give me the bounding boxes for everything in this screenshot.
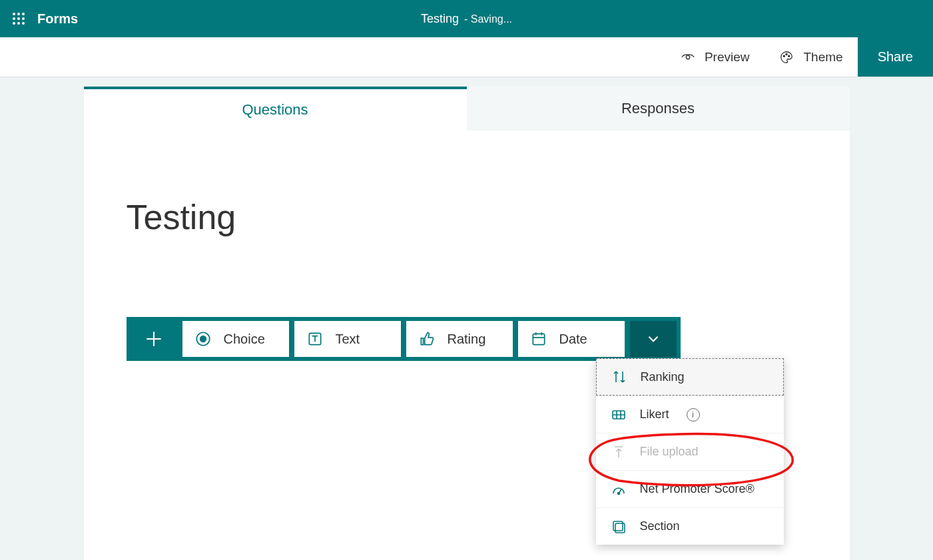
add-date-button[interactable]: Date: [518, 321, 625, 357]
svg-point-11: [786, 53, 787, 55]
preview-button[interactable]: Preview: [665, 37, 765, 77]
app-launcher[interactable]: [3, 3, 35, 35]
form-body: Testing Choice Text Rating: [84, 131, 850, 560]
ranking-label: Ranking: [641, 370, 685, 384]
svg-point-8: [22, 22, 25, 25]
likert-label: Likert: [640, 408, 669, 421]
share-button[interactable]: Share: [858, 37, 933, 77]
eye-icon: [681, 50, 695, 65]
svg-point-4: [17, 17, 20, 20]
rating-label: Rating: [448, 332, 486, 347]
share-label: Share: [878, 49, 913, 65]
header-title-area: Testing - Saving...: [421, 12, 512, 26]
svg-point-2: [22, 13, 25, 15]
thumbs-up-icon: [418, 330, 436, 348]
section-icon: [611, 519, 627, 535]
svg-rect-16: [533, 334, 544, 344]
plus-icon: [143, 328, 164, 350]
waffle-icon: [12, 12, 25, 25]
canvas: Questions Responses Testing Choice Text: [0, 77, 933, 560]
dropdown-item-file-upload: File upload: [596, 433, 784, 470]
app-name[interactable]: Forms: [37, 11, 78, 27]
svg-point-12: [788, 55, 790, 57]
theme-button[interactable]: Theme: [764, 37, 857, 77]
form-title[interactable]: Testing: [127, 197, 807, 237]
svg-point-5: [22, 17, 25, 20]
question-type-dropdown: Ranking Likert i File upload Net Promote…: [596, 358, 784, 545]
dropdown-item-nps[interactable]: Net Promoter Score®: [596, 470, 784, 507]
svg-point-6: [13, 22, 15, 25]
svg-point-18: [617, 492, 619, 494]
nps-label: Net Promoter Score®: [640, 482, 755, 496]
svg-point-14: [200, 336, 206, 342]
theme-label: Theme: [803, 50, 842, 65]
dropdown-item-section[interactable]: Section: [596, 507, 784, 545]
text-label: Text: [336, 332, 360, 347]
svg-rect-19: [613, 521, 623, 531]
add-more-button[interactable]: [630, 321, 677, 357]
nps-icon: [611, 481, 627, 497]
choice-label: Choice: [224, 332, 265, 347]
svg-point-3: [13, 17, 15, 20]
save-status: - Saving...: [464, 13, 512, 25]
add-rating-button[interactable]: Rating: [406, 321, 513, 357]
svg-point-0: [13, 13, 15, 15]
radio-icon: [194, 330, 212, 348]
top-bar: Forms Testing - Saving...: [0, 0, 933, 37]
add-question-button[interactable]: [131, 321, 177, 357]
svg-point-7: [17, 22, 20, 25]
add-choice-button[interactable]: Choice: [182, 321, 289, 357]
tabs: Questions Responses: [84, 87, 850, 131]
svg-point-9: [686, 55, 690, 59]
date-label: Date: [559, 332, 587, 347]
svg-rect-20: [615, 523, 625, 533]
form-header-title: Testing: [421, 12, 459, 26]
text-icon: [306, 330, 324, 348]
tab-responses[interactable]: Responses: [467, 87, 850, 131]
dropdown-item-ranking[interactable]: Ranking: [596, 358, 784, 396]
info-icon[interactable]: i: [687, 408, 700, 421]
upload-icon: [611, 444, 627, 460]
calendar-icon: [530, 330, 547, 348]
file-upload-label: File upload: [640, 445, 699, 459]
add-text-button[interactable]: Text: [294, 321, 401, 357]
svg-point-1: [17, 13, 20, 15]
palette-icon: [779, 50, 794, 65]
ranking-icon: [611, 369, 627, 385]
add-question-toolbar: Choice Text Rating Date: [127, 317, 681, 361]
svg-point-10: [784, 55, 785, 57]
preview-label: Preview: [705, 50, 750, 65]
chevron-down-icon: [645, 330, 662, 348]
command-bar: Preview Theme Share: [0, 37, 933, 77]
dropdown-item-likert[interactable]: Likert i: [596, 396, 784, 433]
section-label: Section: [640, 519, 680, 533]
tab-questions[interactable]: Questions: [84, 87, 467, 131]
form-card: Questions Responses Testing Choice Text: [84, 87, 850, 560]
likert-icon: [611, 407, 627, 423]
